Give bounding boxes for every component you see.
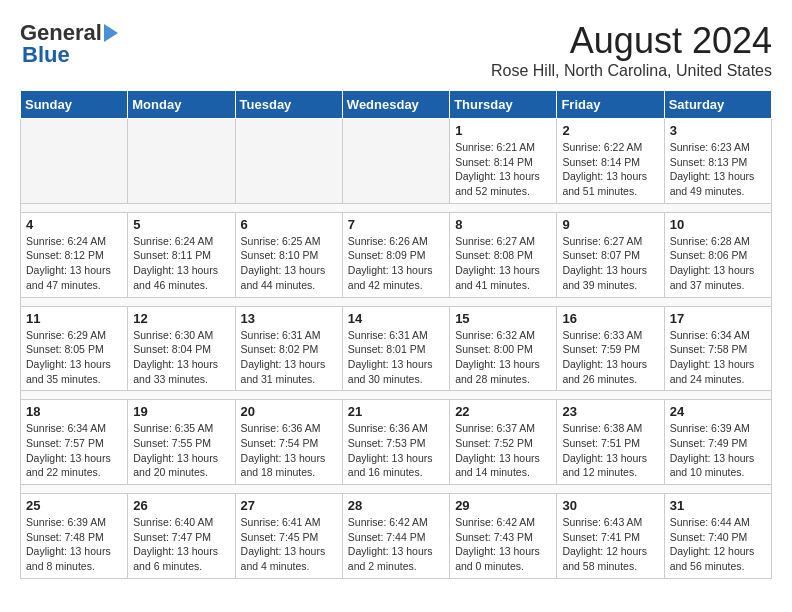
calendar-cell: 27Sunrise: 6:41 AM Sunset: 7:45 PM Dayli… — [235, 494, 342, 579]
weekday-header: Sunday — [21, 91, 128, 119]
weekday-header: Friday — [557, 91, 664, 119]
calendar-cell: 4Sunrise: 6:24 AM Sunset: 8:12 PM Daylig… — [21, 212, 128, 297]
day-number: 25 — [26, 498, 122, 513]
day-number: 16 — [562, 311, 658, 326]
calendar-cell: 20Sunrise: 6:36 AM Sunset: 7:54 PM Dayli… — [235, 400, 342, 485]
day-number: 23 — [562, 404, 658, 419]
day-number: 24 — [670, 404, 766, 419]
calendar-week-row: 4Sunrise: 6:24 AM Sunset: 8:12 PM Daylig… — [21, 212, 772, 297]
row-separator — [21, 297, 772, 306]
calendar-cell: 9Sunrise: 6:27 AM Sunset: 8:07 PM Daylig… — [557, 212, 664, 297]
calendar-cell: 2Sunrise: 6:22 AM Sunset: 8:14 PM Daylig… — [557, 119, 664, 204]
day-info: Sunrise: 6:27 AM Sunset: 8:08 PM Dayligh… — [455, 234, 551, 293]
day-number: 31 — [670, 498, 766, 513]
day-info: Sunrise: 6:41 AM Sunset: 7:45 PM Dayligh… — [241, 515, 337, 574]
day-info: Sunrise: 6:28 AM Sunset: 8:06 PM Dayligh… — [670, 234, 766, 293]
weekday-header: Tuesday — [235, 91, 342, 119]
page-subtitle: Rose Hill, North Carolina, United States — [491, 62, 772, 80]
calendar-cell: 26Sunrise: 6:40 AM Sunset: 7:47 PM Dayli… — [128, 494, 235, 579]
row-separator — [21, 485, 772, 494]
day-number: 19 — [133, 404, 229, 419]
calendar-cell: 6Sunrise: 6:25 AM Sunset: 8:10 PM Daylig… — [235, 212, 342, 297]
day-info: Sunrise: 6:24 AM Sunset: 8:11 PM Dayligh… — [133, 234, 229, 293]
day-info: Sunrise: 6:34 AM Sunset: 7:57 PM Dayligh… — [26, 421, 122, 480]
day-info: Sunrise: 6:35 AM Sunset: 7:55 PM Dayligh… — [133, 421, 229, 480]
day-number: 17 — [670, 311, 766, 326]
day-info: Sunrise: 6:42 AM Sunset: 7:43 PM Dayligh… — [455, 515, 551, 574]
calendar: SundayMondayTuesdayWednesdayThursdayFrid… — [20, 90, 772, 579]
header: General Blue August 2024 Rose Hill, Nort… — [20, 20, 772, 80]
day-number: 13 — [241, 311, 337, 326]
calendar-cell: 28Sunrise: 6:42 AM Sunset: 7:44 PM Dayli… — [342, 494, 449, 579]
day-info: Sunrise: 6:39 AM Sunset: 7:49 PM Dayligh… — [670, 421, 766, 480]
day-number: 27 — [241, 498, 337, 513]
day-number: 10 — [670, 217, 766, 232]
calendar-cell: 29Sunrise: 6:42 AM Sunset: 7:43 PM Dayli… — [450, 494, 557, 579]
calendar-cell: 31Sunrise: 6:44 AM Sunset: 7:40 PM Dayli… — [664, 494, 771, 579]
calendar-cell: 1Sunrise: 6:21 AM Sunset: 8:14 PM Daylig… — [450, 119, 557, 204]
calendar-cell: 17Sunrise: 6:34 AM Sunset: 7:58 PM Dayli… — [664, 306, 771, 391]
calendar-cell: 11Sunrise: 6:29 AM Sunset: 8:05 PM Dayli… — [21, 306, 128, 391]
day-number: 3 — [670, 123, 766, 138]
day-info: Sunrise: 6:21 AM Sunset: 8:14 PM Dayligh… — [455, 140, 551, 199]
calendar-cell: 23Sunrise: 6:38 AM Sunset: 7:51 PM Dayli… — [557, 400, 664, 485]
day-info: Sunrise: 6:38 AM Sunset: 7:51 PM Dayligh… — [562, 421, 658, 480]
weekday-header: Monday — [128, 91, 235, 119]
calendar-cell: 25Sunrise: 6:39 AM Sunset: 7:48 PM Dayli… — [21, 494, 128, 579]
calendar-header: SundayMondayTuesdayWednesdayThursdayFrid… — [21, 91, 772, 119]
day-info: Sunrise: 6:44 AM Sunset: 7:40 PM Dayligh… — [670, 515, 766, 574]
day-number: 30 — [562, 498, 658, 513]
day-number: 29 — [455, 498, 551, 513]
calendar-cell: 22Sunrise: 6:37 AM Sunset: 7:52 PM Dayli… — [450, 400, 557, 485]
logo: General Blue — [20, 20, 126, 68]
calendar-cell: 24Sunrise: 6:39 AM Sunset: 7:49 PM Dayli… — [664, 400, 771, 485]
day-number: 8 — [455, 217, 551, 232]
svg-marker-0 — [104, 24, 118, 42]
day-info: Sunrise: 6:34 AM Sunset: 7:58 PM Dayligh… — [670, 328, 766, 387]
logo-arrow-icon — [104, 24, 126, 42]
day-number: 15 — [455, 311, 551, 326]
weekday-header: Wednesday — [342, 91, 449, 119]
day-number: 12 — [133, 311, 229, 326]
day-number: 2 — [562, 123, 658, 138]
calendar-cell: 3Sunrise: 6:23 AM Sunset: 8:13 PM Daylig… — [664, 119, 771, 204]
day-info: Sunrise: 6:30 AM Sunset: 8:04 PM Dayligh… — [133, 328, 229, 387]
calendar-cell — [21, 119, 128, 204]
day-info: Sunrise: 6:36 AM Sunset: 7:53 PM Dayligh… — [348, 421, 444, 480]
weekday-header: Thursday — [450, 91, 557, 119]
calendar-cell: 15Sunrise: 6:32 AM Sunset: 8:00 PM Dayli… — [450, 306, 557, 391]
day-number: 6 — [241, 217, 337, 232]
day-info: Sunrise: 6:27 AM Sunset: 8:07 PM Dayligh… — [562, 234, 658, 293]
day-number: 28 — [348, 498, 444, 513]
day-number: 18 — [26, 404, 122, 419]
row-separator — [21, 391, 772, 400]
calendar-cell: 7Sunrise: 6:26 AM Sunset: 8:09 PM Daylig… — [342, 212, 449, 297]
calendar-cell — [342, 119, 449, 204]
day-info: Sunrise: 6:39 AM Sunset: 7:48 PM Dayligh… — [26, 515, 122, 574]
logo-blue: Blue — [22, 42, 70, 68]
day-number: 11 — [26, 311, 122, 326]
day-info: Sunrise: 6:26 AM Sunset: 8:09 PM Dayligh… — [348, 234, 444, 293]
day-info: Sunrise: 6:31 AM Sunset: 8:01 PM Dayligh… — [348, 328, 444, 387]
weekday-header: Saturday — [664, 91, 771, 119]
day-number: 5 — [133, 217, 229, 232]
day-info: Sunrise: 6:32 AM Sunset: 8:00 PM Dayligh… — [455, 328, 551, 387]
day-number: 26 — [133, 498, 229, 513]
day-info: Sunrise: 6:25 AM Sunset: 8:10 PM Dayligh… — [241, 234, 337, 293]
day-number: 21 — [348, 404, 444, 419]
day-info: Sunrise: 6:33 AM Sunset: 7:59 PM Dayligh… — [562, 328, 658, 387]
calendar-cell: 5Sunrise: 6:24 AM Sunset: 8:11 PM Daylig… — [128, 212, 235, 297]
calendar-cell: 10Sunrise: 6:28 AM Sunset: 8:06 PM Dayli… — [664, 212, 771, 297]
day-info: Sunrise: 6:29 AM Sunset: 8:05 PM Dayligh… — [26, 328, 122, 387]
page-title: August 2024 — [491, 20, 772, 62]
calendar-cell: 30Sunrise: 6:43 AM Sunset: 7:41 PM Dayli… — [557, 494, 664, 579]
day-number: 20 — [241, 404, 337, 419]
calendar-cell: 18Sunrise: 6:34 AM Sunset: 7:57 PM Dayli… — [21, 400, 128, 485]
day-info: Sunrise: 6:36 AM Sunset: 7:54 PM Dayligh… — [241, 421, 337, 480]
calendar-cell: 13Sunrise: 6:31 AM Sunset: 8:02 PM Dayli… — [235, 306, 342, 391]
day-info: Sunrise: 6:37 AM Sunset: 7:52 PM Dayligh… — [455, 421, 551, 480]
day-info: Sunrise: 6:31 AM Sunset: 8:02 PM Dayligh… — [241, 328, 337, 387]
calendar-cell: 21Sunrise: 6:36 AM Sunset: 7:53 PM Dayli… — [342, 400, 449, 485]
day-number: 9 — [562, 217, 658, 232]
calendar-week-row: 18Sunrise: 6:34 AM Sunset: 7:57 PM Dayli… — [21, 400, 772, 485]
